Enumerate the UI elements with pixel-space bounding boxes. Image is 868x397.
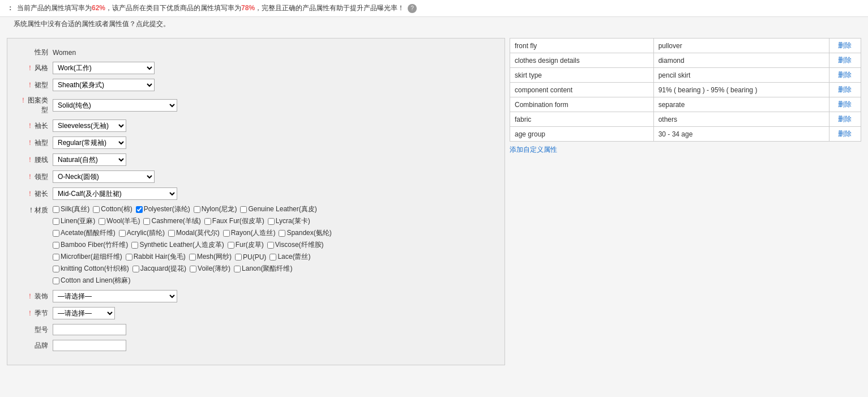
collar-select[interactable]: O-Neck(圆领) — [53, 170, 155, 183]
skirt-type-required: ！ — [27, 81, 33, 89]
season-required: ！ — [27, 309, 33, 317]
attr-name-0: front fly — [510, 39, 654, 53]
decoration-label: ！装饰 — [19, 292, 53, 301]
material-voile[interactable]: Voile(薄纱) — [190, 264, 230, 274]
model-row: 型号 — [19, 324, 493, 335]
attr-name-4: Combination form — [510, 97, 654, 112]
material-viscose[interactable]: Viscose(纤维胺) — [267, 240, 324, 250]
table-row: skirt type pencil skirt 删除 — [510, 68, 861, 83]
material-leather[interactable]: Genuine Leather(真皮) — [240, 204, 317, 214]
pattern-required: ！ — [20, 96, 27, 104]
material-polyester[interactable]: Polyester(涤纶) — [136, 204, 190, 214]
material-row-0: Silk(真丝) Cotton(棉) Polyester(涤纶) Nylon(尼… — [53, 204, 332, 214]
style-select[interactable]: Work(工作) — [53, 62, 155, 74]
collar-required: ！ — [27, 173, 33, 181]
material-mesh[interactable]: Mesh(网纱) — [189, 252, 232, 262]
material-cotton[interactable]: Cotton(棉) — [93, 204, 132, 214]
brand-row: 品牌 — [19, 340, 493, 351]
sleeve-len-row: ！袖长 Sleeveless(无袖) — [19, 119, 493, 132]
material-jacquard[interactable]: Jacquard(提花) — [132, 264, 186, 274]
attrs-table: front fly pullover 删除 clothes design det… — [510, 38, 861, 142]
attr-delete-6[interactable]: 删除 — [829, 127, 861, 142]
material-row-1: Linen(亚麻) Wool(羊毛) Cashmere(羊绒) Faux Fur… — [53, 216, 332, 226]
material-nylon[interactable]: Nylon(尼龙) — [194, 204, 237, 214]
material-acrylic[interactable]: Acrylic(腈纶) — [119, 228, 165, 238]
attr-value-6: 30 - 34 age — [653, 127, 829, 142]
table-row: front fly pullover 删除 — [510, 39, 861, 53]
attr-delete-0[interactable]: 删除 — [829, 39, 861, 53]
attr-name-6: age group — [510, 127, 654, 142]
season-select[interactable]: —请选择— — [53, 307, 115, 319]
pattern-row: ！图案类型 Solid(纯色) — [19, 96, 493, 115]
help-icon[interactable]: ? — [408, 4, 417, 13]
skirt-len-select[interactable]: Mid-Calf(及小腿肚裙) — [53, 187, 177, 200]
collar-label: ！领型 — [19, 172, 53, 182]
material-lanon[interactable]: Lanon(聚酯纤维) — [234, 264, 292, 274]
info-text-3: ，完整且正确的产品属性有助于提升产品曝光率！ — [255, 4, 404, 12]
gender-row: 性别 Women — [19, 48, 493, 57]
material-bamboo[interactable]: Bamboo Fiber(竹纤维) — [53, 240, 128, 250]
sleeve-type-row: ！袖型 Regular(常规袖) — [19, 136, 493, 149]
material-faux-fur[interactable]: Faux Fur(假皮草) — [204, 216, 264, 226]
pattern-select[interactable]: Solid(纯色) — [53, 99, 177, 112]
material-grid: Silk(真丝) Cotton(棉) Polyester(涤纶) Nylon(尼… — [53, 204, 332, 285]
sleeve-type-select[interactable]: Regular(常规袖) — [53, 136, 126, 149]
material-rabbit-hair[interactable]: Rabbit Hair(兔毛) — [126, 252, 186, 262]
decoration-select[interactable]: —请选择— — [53, 290, 177, 302]
material-modal[interactable]: Modal(莫代尔) — [168, 228, 220, 238]
material-lycra[interactable]: Lycra(莱卡) — [268, 216, 310, 226]
table-row: clothes design details diamond 删除 — [510, 53, 861, 68]
material-knitting-cotton[interactable]: knitting Cotton(针织棉) — [53, 264, 129, 274]
sleeve-len-select[interactable]: Sleeveless(无袖) — [53, 119, 126, 132]
attr-delete-2[interactable]: 删除 — [829, 68, 861, 83]
right-panel: front fly pullover 删除 clothes design det… — [510, 38, 861, 365]
attr-value-4: separate — [653, 97, 829, 112]
attr-value-1: diamond — [653, 53, 829, 68]
material-cotton-linen[interactable]: Cotton and Linen(棉麻) — [53, 276, 130, 285]
brand-label: 品牌 — [19, 341, 53, 351]
skirt-type-select[interactable]: Sheath(紧身式) — [53, 79, 155, 91]
add-custom-attr[interactable]: 添加自定义属性 — [510, 145, 861, 155]
brand-input[interactable] — [53, 340, 126, 351]
material-pu[interactable]: PU(PU) — [235, 252, 266, 262]
rate-78: 78% — [241, 4, 255, 12]
material-lace[interactable]: Lace(蕾丝) — [270, 252, 310, 262]
style-required: ！ — [27, 64, 33, 72]
collar-row: ！领型 O-Neck(圆领) — [19, 170, 493, 183]
material-synthetic-leather[interactable]: Synthetic Leather(人造皮革) — [131, 240, 224, 250]
material-required: ！ — [28, 206, 35, 214]
material-acetate[interactable]: Acetate(醋酸纤维) — [53, 228, 116, 238]
rate-62: 62% — [92, 4, 105, 12]
model-label: 型号 — [19, 325, 53, 335]
material-row-3: Bamboo Fiber(竹纤维) Synthetic Leather(人造皮革… — [53, 240, 332, 250]
material-cashmere[interactable]: Cashmere(羊绒) — [143, 216, 200, 226]
submit-link[interactable]: 系统属性中没有合适的属性或者属性值？点此提交。 — [14, 20, 170, 28]
model-input[interactable] — [53, 324, 126, 335]
material-row-2: Acetate(醋酸纤维) Acrylic(腈纶) Modal(莫代尔) Ray… — [53, 228, 332, 238]
material-rayon[interactable]: Rayon(人造丝) — [223, 228, 276, 238]
table-row: Combination form separate 删除 — [510, 97, 861, 112]
table-row: component content 91% ( bearing ) - 95% … — [510, 83, 861, 97]
material-section: ！材质 Silk(真丝) Cotton(棉) Polyester(涤纶) Nyl… — [19, 204, 493, 285]
material-silk[interactable]: Silk(真丝) — [53, 204, 89, 214]
attr-value-0: pullover — [653, 39, 829, 53]
skirt-len-row: ！裙长 Mid-Calf(及小腿肚裙) — [19, 187, 493, 200]
attr-delete-4[interactable]: 删除 — [829, 97, 861, 112]
info-text: 当前产品的属性填写率为62%，该产品所在类目下优质商品的属性填写率为78%，完整… — [17, 3, 404, 13]
waist-select[interactable]: Natural(自然) — [53, 153, 126, 166]
material-spandex[interactable]: Spandex(氨纶) — [279, 228, 331, 238]
colon: ： — [7, 3, 14, 13]
material-fur[interactable]: Fur(皮草) — [228, 240, 264, 250]
attr-delete-3[interactable]: 删除 — [829, 83, 861, 97]
sleeve-type-label: ！袖型 — [19, 138, 53, 148]
material-linen[interactable]: Linen(亚麻) — [53, 216, 95, 226]
main-content: 性别 Women ！风格 Work(工作) ！裙型 Sheath(紧身式) ！图… — [0, 33, 868, 370]
decoration-row: ！装饰 —请选择— — [19, 290, 493, 302]
material-row-5: knitting Cotton(针织棉) Jacquard(提花) Voile(… — [53, 264, 332, 274]
material-microfiber[interactable]: Microfiber(超细纤维) — [53, 252, 122, 262]
material-label: ！材质 — [19, 204, 53, 215]
form-panel: 性别 Women ！风格 Work(工作) ！裙型 Sheath(紧身式) ！图… — [7, 38, 505, 365]
material-wool[interactable]: Wool(羊毛) — [99, 216, 140, 226]
attr-delete-1[interactable]: 删除 — [829, 53, 861, 68]
attr-delete-5[interactable]: 删除 — [829, 112, 861, 127]
